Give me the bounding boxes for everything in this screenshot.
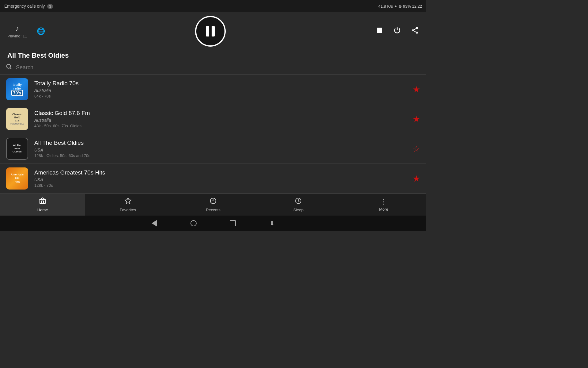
svg-point-6 — [7, 64, 11, 68]
station-name: Totally Radio 70s — [34, 80, 409, 87]
globe-icon[interactable]: 🌐 — [37, 27, 45, 35]
player-right-controls — [375, 26, 419, 36]
station-name: Americas Greatest 70s Hits — [34, 169, 409, 176]
station-logo: totallyradio70's — [6, 78, 28, 100]
station-country: USA — [34, 177, 409, 182]
nav-download-button[interactable]: ⬇ — [268, 219, 276, 228]
nav-recents[interactable]: Recents — [171, 194, 256, 216]
list-item[interactable]: America's70sHits Americas Greatest 70s H… — [0, 164, 426, 194]
stop-icon[interactable] — [375, 26, 383, 36]
station-bitrate: 48k - 50s. 60s. 70s. Oldies. — [34, 124, 409, 128]
svg-line-4 — [414, 29, 417, 30]
search-bar — [0, 61, 426, 75]
svg-marker-9 — [125, 198, 131, 204]
svg-point-3 — [416, 32, 417, 33]
power-icon[interactable] — [393, 26, 401, 36]
list-item[interactable]: ClassicGold87.6TOWNSVILLE Classic Gold 8… — [0, 104, 426, 134]
status-info: 41.8 K/s ✦ ⊕ 93% 12:22 — [378, 4, 422, 9]
nav-more[interactable]: ⋮ More — [341, 194, 426, 216]
station-info: Totally Radio 70s Australia 64k - 70s — [34, 80, 409, 98]
nav-favorites[interactable]: Favorites — [85, 194, 170, 216]
more-dots-icon: ⋮ — [380, 198, 387, 206]
list-item[interactable]: All TheBestOLDIES All The Best Oldies US… — [0, 134, 426, 164]
pause-button[interactable] — [195, 16, 226, 47]
search-input[interactable] — [16, 64, 419, 71]
station-name: Classic Gold 87.6 Fm — [34, 110, 409, 117]
system-nav-bar: ⬇ — [0, 216, 426, 231]
svg-point-1 — [416, 27, 417, 29]
nav-back-button[interactable] — [150, 219, 159, 228]
station-country: Australia — [34, 88, 409, 93]
nav-sleep[interactable]: Sleep — [256, 194, 341, 216]
playing-label: Playing: 11 — [7, 34, 27, 38]
nav-favorites-label: Favorites — [120, 208, 136, 212]
nav-sleep-label: Sleep — [293, 208, 303, 212]
status-bar: Emergency calls only 3 41.8 K/s ✦ ⊕ 93% … — [0, 0, 426, 12]
svg-line-7 — [10, 68, 11, 69]
station-logo: All TheBestOLDIES — [6, 138, 28, 160]
svg-rect-8 — [40, 200, 45, 204]
station-name: All The Best Oldies — [34, 140, 409, 146]
music-note-icon[interactable]: ♪ — [16, 25, 19, 33]
nav-recents-button[interactable] — [228, 219, 237, 228]
station-logo: America's70sHits — [6, 167, 28, 190]
station-info: Americas Greatest 70s Hits USA 128k - 70… — [34, 169, 409, 188]
list-item[interactable]: totallyradio70's Totally Radio 70s Austr… — [0, 75, 426, 104]
home-icon — [39, 197, 46, 206]
favorite-star[interactable]: ★ — [413, 114, 420, 124]
pause-icon — [206, 26, 215, 36]
star-icon — [124, 197, 132, 206]
station-info: All The Best Oldies USA 128k - Oldies. 5… — [34, 140, 409, 158]
history-icon — [209, 197, 217, 206]
radio-list: totallyradio70's Totally Radio 70s Austr… — [0, 75, 426, 194]
station-info: Classic Gold 87.6 Fm Australia 48k - 50s… — [34, 110, 409, 128]
nav-home[interactable]: Home — [0, 194, 85, 216]
station-bitrate: 128k - 70s — [34, 183, 409, 188]
player-area: ♪ Playing: 11 🌐 — [0, 12, 426, 49]
notification-badge: 3 — [47, 4, 53, 9]
station-country: USA — [34, 148, 409, 152]
bottom-nav: Home Favorites Recents Sleep ⋮ More — [0, 194, 426, 216]
favorite-star[interactable]: ★ — [413, 84, 420, 94]
station-logo: ClassicGold87.6TOWNSVILLE — [6, 108, 28, 130]
svg-line-5 — [414, 31, 417, 32]
share-icon[interactable] — [411, 26, 419, 36]
player-left-controls: ♪ Playing: 11 🌐 — [7, 25, 45, 38]
music-icon-wrap: ♪ Playing: 11 — [7, 25, 27, 38]
favorite-star[interactable]: ★ — [413, 174, 420, 184]
player-controls-row: ♪ Playing: 11 🌐 — [7, 16, 419, 47]
svg-rect-0 — [377, 28, 382, 33]
nav-home-label: Home — [37, 208, 48, 212]
station-country: Australia — [34, 118, 409, 123]
clock-icon — [295, 197, 302, 206]
nav-home-button[interactable] — [189, 219, 198, 228]
station-bitrate: 64k - 70s — [34, 94, 409, 98]
nav-recents-label: Recents — [206, 208, 221, 212]
emergency-calls-text: Emergency calls only — [4, 4, 45, 9]
station-bitrate: 128k - Oldies. 50s. 60s and 70s — [34, 153, 409, 158]
svg-point-2 — [412, 30, 413, 31]
search-icon — [6, 63, 12, 72]
favorite-star[interactable]: ☆ — [413, 144, 420, 154]
station-title: All The Best Oldies — [0, 49, 426, 61]
nav-more-label: More — [379, 207, 388, 212]
